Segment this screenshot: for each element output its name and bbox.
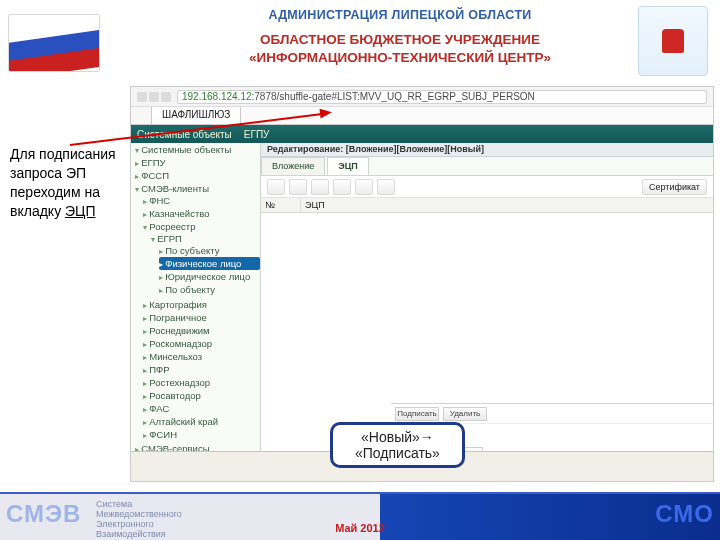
browser-tab-2[interactable]: ШАФЛИШЛЮЗ — [152, 107, 241, 124]
form-toolbar: Сертификат — [261, 176, 713, 198]
tree-item[interactable]: Роскомнадзор — [143, 337, 260, 350]
callout-line2: «Подписать» — [355, 445, 440, 461]
tree-item-selected[interactable]: Физическое лицо — [159, 257, 260, 270]
delete-button[interactable]: Удалить — [443, 407, 487, 421]
tree-item[interactable]: ФСИН — [143, 428, 260, 441]
tree-item[interactable]: Ростехнадзор — [143, 376, 260, 389]
tool-save-icon[interactable] — [311, 179, 329, 195]
form-breadcrumb: Редактирование: [Вложение][Вложение][Нов… — [261, 143, 713, 157]
tool-info-icon[interactable] — [377, 179, 395, 195]
certificate-link[interactable]: Сертификат — [642, 179, 707, 195]
tree-item[interactable]: Росавтодор — [143, 389, 260, 402]
col-ecp: ЭЦП — [301, 198, 713, 212]
url-host: 192.168.124.12 — [182, 91, 252, 102]
tree-root[interactable]: Системные объекты — [135, 143, 260, 156]
slide-footer: СМЭВ Система Межведомственного Электронн… — [0, 492, 720, 540]
form-area: Редактирование: [Вложение][Вложение][Нов… — [261, 143, 713, 451]
footer-desc-left: Система Межведомственного Электронного В… — [96, 500, 182, 540]
pointer-arrow-head — [320, 107, 333, 118]
address-bar[interactable]: 192.168.124.12:7878/shuffle-gate#LIST:MV… — [177, 90, 707, 104]
tree-item[interactable]: Роснедвижим — [143, 324, 260, 337]
tree-item[interactable]: Росреестр ЕГРП По субъекту Физическое ли… — [143, 220, 260, 298]
tree-item-egrp[interactable]: ЕГРП По субъекту Физическое лицо Юридиче… — [151, 232, 260, 297]
nav-reload-button[interactable] — [161, 92, 171, 102]
tree-item[interactable]: ПФР — [143, 363, 260, 376]
nav-forward-button[interactable] — [149, 92, 159, 102]
tab-attachment[interactable]: Вложение — [261, 157, 325, 175]
slide-org-line3: «ИНФОРМАЦИОННО-ТЕХНИЧЕСКИЙ ЦЕНТР» — [180, 50, 620, 65]
callout-box: «Новый»→ «Подписать» — [330, 422, 465, 468]
tool-props-icon[interactable] — [333, 179, 351, 195]
tree-item[interactable]: СМЭВ-сервисы — [135, 442, 260, 451]
tree-item[interactable]: Казначейство — [143, 207, 260, 220]
region-crest-image — [638, 6, 708, 76]
instruction-pre: Для подписания запроса ЭП переходим на в… — [10, 146, 116, 219]
tree-item[interactable]: По субъекту — [159, 244, 260, 257]
tree-item-clients[interactable]: СМЭВ-клиенты ФНС Казначейство Росреестр … — [135, 182, 260, 442]
tree-item[interactable]: Юридическое лицо — [159, 270, 260, 283]
sig-table-header: № ЭЦП — [261, 198, 713, 213]
footer-abbr-right: СМО — [655, 500, 714, 528]
tree-item[interactable]: Алтайский край — [143, 415, 260, 428]
tool-open-icon[interactable] — [289, 179, 307, 195]
sign-button[interactable]: Подписать — [395, 407, 439, 421]
app-topbar-item2[interactable]: ЕГПУ — [244, 129, 270, 140]
russia-flag-image — [8, 14, 100, 72]
tree-item[interactable]: Картография — [143, 298, 260, 311]
tree-item[interactable]: Пограничное — [143, 311, 260, 324]
instruction-tabname: ЭЦП — [65, 203, 95, 219]
sidebar-tree[interactable]: Системные объекты ЕГПУ ФССП СМЭВ-клиенты… — [131, 143, 261, 451]
browser-tab-1[interactable] — [131, 107, 152, 124]
footer-abbr-left: СМЭВ — [6, 500, 81, 528]
tree-item[interactable]: Минсельхоз — [143, 350, 260, 363]
slide-org-line2: ОБЛАСТНОЕ БЮДЖЕТНОЕ УЧРЕЖДЕНИЕ — [180, 32, 620, 47]
tool-new-icon[interactable] — [267, 179, 285, 195]
slide-org-line1: АДМИНИСТРАЦИЯ ЛИПЕЦКОЙ ОБЛАСТИ — [180, 8, 620, 22]
tree-item[interactable]: ЕГПУ — [135, 156, 260, 169]
tree-item[interactable]: По объекту — [159, 283, 260, 296]
footer-date: Май 2012 — [335, 522, 385, 534]
tree-item[interactable]: ФАС — [143, 402, 260, 415]
nav-back-button[interactable] — [137, 92, 147, 102]
instruction-text: Для подписания запроса ЭП переходим на в… — [10, 145, 122, 221]
callout-line1: «Новый»→ — [355, 429, 440, 445]
tree-item[interactable]: ФНС — [143, 194, 260, 207]
col-number: № — [261, 198, 301, 212]
tool-refresh-icon[interactable] — [355, 179, 373, 195]
tab-ecp[interactable]: ЭЦП — [327, 157, 368, 175]
url-path: :7878/shuffle-gate#LIST:MVV_UQ_RR_EGRP_S… — [252, 91, 535, 102]
tree-item[interactable]: ФССП — [135, 169, 260, 182]
browser-chrome: 192.168.124.12:7878/shuffle-gate#LIST:MV… — [131, 87, 713, 107]
